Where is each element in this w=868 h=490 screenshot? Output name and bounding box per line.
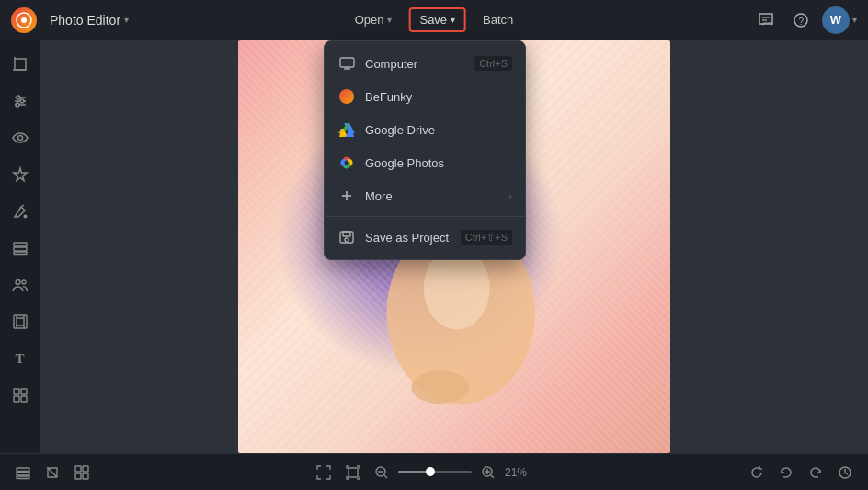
- fullscreen-button[interactable]: [312, 462, 336, 483]
- svg-point-18: [345, 161, 349, 165]
- svg-point-33: [17, 136, 22, 141]
- save-button[interactable]: Save ▾: [408, 7, 466, 32]
- paint-icon: [12, 203, 29, 220]
- grid-icon: [74, 465, 89, 480]
- dropdown-item-computer[interactable]: Computer Ctrl+S: [325, 47, 525, 80]
- sidebar-item-adjust[interactable]: [4, 85, 37, 118]
- header-center: Open ▾ Save ▾ Batch: [346, 7, 523, 32]
- dropdown-item-befunky[interactable]: BeFunky: [325, 80, 525, 113]
- app-title-button[interactable]: Photo Editor ▾: [44, 9, 134, 31]
- export-button[interactable]: [40, 462, 64, 483]
- svg-rect-70: [75, 466, 81, 472]
- app-title-label: Photo Editor: [50, 13, 120, 28]
- computer-shortcut: Ctrl+S: [474, 56, 512, 71]
- svg-rect-67: [17, 472, 29, 475]
- svg-rect-73: [83, 473, 88, 479]
- adjust-icon: [12, 93, 29, 109]
- chat-icon-button[interactable]: [752, 8, 780, 32]
- sidebar-item-crop[interactable]: [4, 48, 37, 81]
- zoom-slider-track: [398, 471, 428, 473]
- zoom-slider[interactable]: [398, 471, 472, 473]
- svg-rect-21: [340, 232, 353, 243]
- svg-point-35: [23, 215, 27, 219]
- redo-button[interactable]: [804, 462, 828, 483]
- svg-rect-22: [343, 232, 350, 236]
- sidebar-item-layers[interactable]: [4, 232, 37, 265]
- svg-rect-51: [21, 396, 27, 402]
- svg-rect-71: [83, 466, 88, 472]
- zoom-out-button[interactable]: [371, 463, 393, 482]
- open-label: Open: [355, 13, 384, 27]
- help-icon-button[interactable]: ?: [787, 8, 815, 32]
- layers-toggle-button[interactable]: [11, 462, 35, 483]
- grid-view-button[interactable]: [70, 462, 94, 483]
- dropdown-item-google-drive[interactable]: Google Drive: [325, 113, 525, 146]
- open-button[interactable]: Open ▾: [346, 8, 402, 31]
- bottom-right-actions: [745, 462, 857, 483]
- dropdown-item-google-photos[interactable]: Google Photos: [325, 146, 525, 179]
- svg-rect-38: [14, 247, 27, 251]
- user-avatar[interactable]: W: [822, 6, 850, 34]
- dropdown-item-save-project[interactable]: Save as Project Ctrl+⇧+S: [325, 221, 525, 254]
- svg-point-32: [16, 103, 19, 107]
- zoom-slider-thumb[interactable]: [426, 467, 435, 476]
- svg-rect-48: [14, 389, 19, 394]
- crop-icon: [12, 56, 29, 73]
- fit-button[interactable]: [341, 462, 365, 483]
- save-project-shortcut: Ctrl+⇧+S: [461, 230, 512, 245]
- undo-button[interactable]: [774, 462, 798, 483]
- text-icon: T: [15, 351, 24, 367]
- refresh-button[interactable]: [745, 462, 769, 483]
- app-logo: [11, 7, 37, 33]
- save-project-label: Save as Project: [365, 231, 451, 245]
- svg-text:?: ?: [799, 16, 805, 26]
- sidebar-item-text[interactable]: T: [4, 342, 37, 375]
- sidebar-item-graphics[interactable]: [4, 379, 37, 412]
- save-dropdown: Computer Ctrl+S BeFunky: [324, 40, 526, 260]
- undo-icon: [779, 465, 794, 480]
- export-icon: [45, 465, 60, 480]
- user-chevron[interactable]: ▾: [852, 15, 857, 25]
- computer-icon: [337, 54, 356, 73]
- history-icon: [838, 465, 852, 480]
- svg-rect-72: [75, 473, 81, 479]
- svg-line-36: [21, 205, 24, 207]
- chat-icon: [758, 12, 774, 28]
- gdrive-icon: [337, 120, 356, 139]
- gphotos-label: Google Photos: [365, 156, 512, 170]
- svg-rect-50: [14, 396, 19, 402]
- sidebar-item-paint[interactable]: [4, 195, 37, 228]
- dropdown-item-more[interactable]: More ›: [325, 179, 525, 212]
- batch-button[interactable]: Batch: [474, 8, 522, 31]
- zoom-in-button[interactable]: [477, 463, 499, 482]
- history-button[interactable]: [833, 462, 857, 483]
- app-title-chevron: ▾: [124, 15, 129, 25]
- fit-icon: [346, 465, 360, 480]
- sidebar-item-frames[interactable]: [4, 305, 37, 338]
- batch-label: Batch: [483, 13, 513, 27]
- refresh-icon: [749, 465, 764, 480]
- gdrive-label: Google Drive: [365, 123, 512, 137]
- befunky-label: BeFunky: [365, 90, 512, 104]
- svg-rect-6: [340, 58, 354, 67]
- people-icon: [12, 277, 29, 293]
- save-label: Save: [419, 13, 447, 27]
- computer-label: Computer: [365, 57, 465, 71]
- layers-icon: [12, 240, 29, 256]
- more-label: More: [365, 189, 499, 203]
- gphotos-icon: [337, 154, 356, 172]
- svg-rect-74: [348, 468, 358, 477]
- open-chevron: ▾: [387, 15, 392, 25]
- retouch-icon: [12, 166, 29, 183]
- sidebar-item-retouch[interactable]: [4, 158, 37, 191]
- svg-rect-68: [17, 476, 29, 479]
- zoom-out-icon: [375, 466, 388, 479]
- svg-rect-66: [17, 468, 29, 472]
- frames-icon: [12, 313, 29, 330]
- svg-point-31: [20, 99, 24, 103]
- svg-rect-43: [17, 318, 24, 325]
- svg-point-64: [411, 370, 469, 404]
- sidebar-item-effects[interactable]: [4, 121, 37, 154]
- svg-point-40: [16, 280, 20, 285]
- sidebar-item-people[interactable]: [4, 268, 37, 302]
